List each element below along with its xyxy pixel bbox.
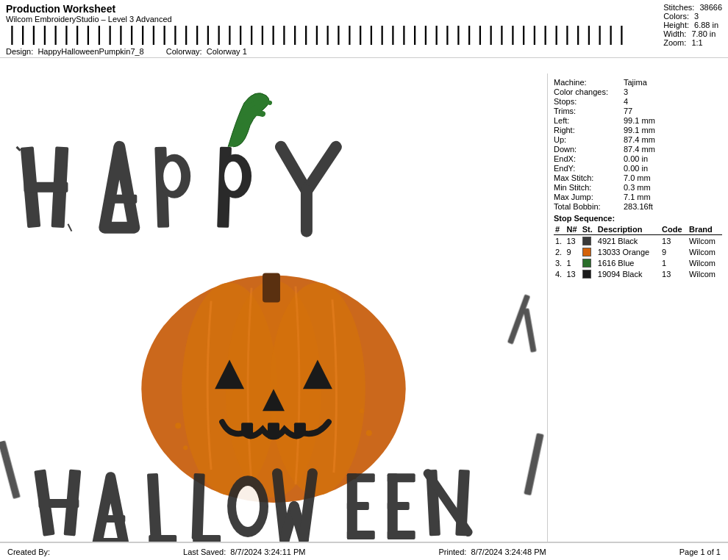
stops-row: Stops: 4 — [554, 97, 722, 106]
app-subtitle: Wilcom EmbroideryStudio – Level 3 Advanc… — [6, 15, 722, 24]
row-num: 1. — [554, 235, 565, 247]
page-number: Page 1 of 1 — [679, 548, 721, 556]
svg-point-13 — [224, 162, 242, 191]
table-row: 2. 9 13033 Orange 9 Wilcom — [554, 246, 722, 257]
total-bobbin-row: Total Bobbin: 283.16ft — [554, 202, 722, 211]
stats-panel: Stitches: 38666 Colors: 3 Height: 6.88 i… — [663, 3, 722, 47]
max-stitch-row: Max Stitch: 7.0 mm — [554, 173, 722, 182]
row-num: 2. — [554, 246, 565, 257]
row-st-desc: 1616 Blue — [596, 257, 660, 268]
col-st: St. — [581, 224, 596, 235]
row-n: 13 — [565, 268, 580, 279]
svg-point-31 — [360, 409, 364, 413]
svg-rect-52 — [347, 531, 375, 539]
main-content: Machine: Tajima Color changes: 3 Stops: … — [0, 73, 728, 542]
row-color-swatch — [581, 235, 596, 247]
svg-rect-40 — [149, 535, 176, 542]
design-label: Design: HappyHalloweenPumpkin7_8 — [6, 47, 144, 56]
page-title: Production Worksheet — [6, 3, 722, 15]
trims-row: Trims: 77 — [554, 107, 722, 115]
svg-point-20 — [270, 283, 365, 496]
svg-rect-51 — [347, 502, 369, 510]
svg-rect-56 — [388, 531, 415, 539]
endx-row: EndX: 0.00 in — [554, 154, 722, 163]
svg-rect-55 — [388, 502, 410, 510]
right-panel: Machine: Tajima Color changes: 3 Stops: … — [548, 73, 728, 542]
col-desc: Description — [596, 224, 660, 235]
row-num: 3. — [554, 257, 565, 268]
svg-rect-41 — [192, 473, 205, 539]
row-color-swatch — [581, 257, 596, 268]
row-code: 9 — [660, 246, 688, 257]
row-n: 1 — [565, 257, 580, 268]
svg-rect-42 — [193, 535, 221, 542]
col-n: N# — [565, 224, 580, 235]
col-brand: Brand — [688, 224, 722, 235]
machine-row: Machine: Tajima — [554, 78, 722, 87]
svg-point-29 — [183, 445, 188, 450]
svg-rect-27 — [294, 423, 306, 436]
svg-rect-54 — [388, 473, 415, 482]
halloween-svg — [0, 73, 547, 542]
footer: Created By: Last Saved: 8/7/2024 3:24:11… — [0, 542, 728, 560]
row-n: 13 — [565, 235, 580, 247]
col-num: # — [554, 224, 565, 235]
min-stitch-row: Min Stitch: 0.3 mm — [554, 183, 722, 192]
svg-rect-25 — [241, 423, 253, 436]
table-row: 3. 1 1616 Blue 1 Wilcom — [554, 257, 722, 268]
row-st-desc: 4921 Black — [596, 235, 660, 247]
left-row: Left: 99.1 mm — [554, 116, 722, 125]
row-n: 9 — [565, 246, 580, 257]
svg-rect-7 — [106, 195, 137, 204]
right-row: Right: 99.1 mm — [554, 126, 722, 134]
row-brand: Wilcom — [688, 268, 722, 279]
table-row: 4. 13 19094 Black 13 Wilcom — [554, 268, 722, 279]
embroidery-design-area — [0, 73, 548, 542]
row-brand: Wilcom — [688, 257, 722, 268]
up-row: Up: 87.4 mm — [554, 135, 722, 144]
svg-rect-38 — [99, 515, 125, 523]
table-row: 1. 13 4921 Black 13 Wilcom — [554, 235, 722, 247]
created-by: Created By: — [7, 548, 50, 556]
barcode: ||||||||||||||||||||||||||||||||||||||||… — [6, 25, 722, 46]
svg-rect-3 — [24, 182, 68, 193]
svg-rect-21 — [263, 273, 280, 303]
row-code: 1 — [660, 257, 688, 268]
svg-point-44 — [236, 486, 260, 527]
color-changes-row: Color changes: 3 — [554, 87, 722, 96]
last-saved: Last Saved: 8/7/2024 3:24:11 PM — [183, 548, 305, 556]
row-st-desc: 13033 Orange — [596, 246, 660, 257]
svg-rect-36 — [39, 499, 79, 508]
row-brand: Wilcom — [688, 235, 722, 247]
stop-sequence-label: Stop Sequence: — [554, 214, 722, 223]
row-code: 13 — [660, 235, 688, 247]
svg-point-30 — [366, 430, 372, 436]
stop-sequence-table: # N# St. Description Code Brand 1. 13 49… — [554, 224, 722, 279]
row-code: 13 — [660, 268, 688, 279]
max-jump-row: Max Jump: 7.1 mm — [554, 193, 722, 201]
svg-point-28 — [175, 423, 181, 428]
row-num: 4. — [554, 268, 565, 279]
svg-rect-26 — [268, 423, 279, 439]
colorway-label: Colorway: Colorway 1 — [166, 47, 247, 56]
printed: Printed: 8/7/2024 3:24:48 PM — [438, 548, 546, 556]
row-color-swatch — [581, 246, 596, 257]
col-code: Code — [660, 224, 688, 235]
row-st-desc: 19094 Black — [596, 268, 660, 279]
endy-row: EndY: 0.00 in — [554, 164, 722, 173]
row-color-swatch — [581, 268, 596, 279]
table-header-row: # N# St. Description Code Brand — [554, 224, 722, 235]
header: Production Worksheet Wilcom EmbroiderySt… — [0, 0, 728, 58]
row-brand: Wilcom — [688, 246, 722, 257]
down-row: Down: 87.4 mm — [554, 145, 722, 154]
design-info: Design: HappyHalloweenPumpkin7_8 Colorwa… — [6, 47, 722, 56]
svg-rect-50 — [347, 473, 375, 482]
svg-point-10 — [163, 162, 181, 191]
